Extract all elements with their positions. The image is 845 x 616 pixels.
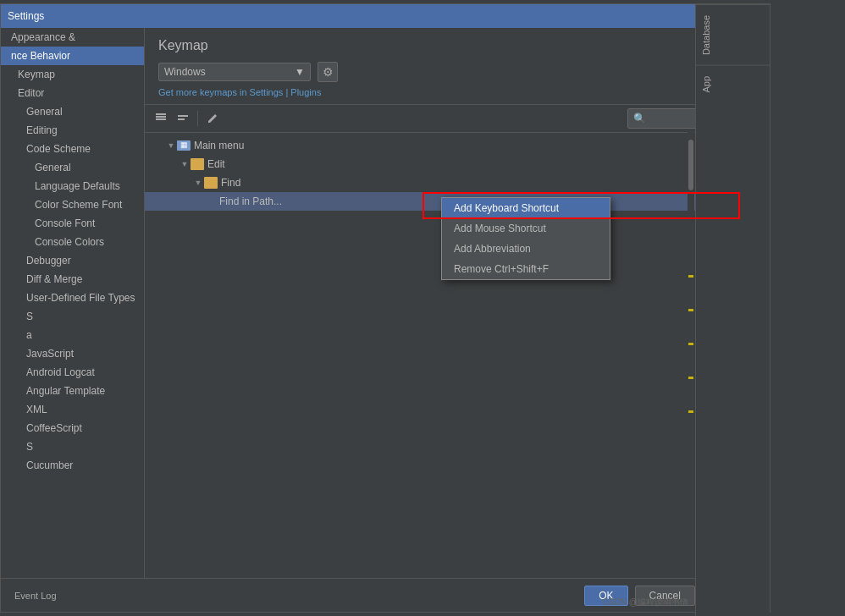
sidebar-item-coffeescript[interactable]: CoffeeScript [1, 419, 144, 437]
context-menu-add-abbreviation[interactable]: Add Abbreviation [442, 239, 610, 259]
sidebar-item-debugger[interactable]: Debugger [1, 251, 144, 270]
sidebar-item-a[interactable]: a [1, 326, 144, 344]
tree-item-edit[interactable]: ▼ Edit [145, 155, 770, 173]
folder-icon-edit [191, 158, 204, 170]
sidebar-item-general[interactable]: General [1, 102, 144, 121]
sidebar-item-javascript[interactable]: JavaScript [1, 344, 144, 363]
search-icon: 🔍 [633, 113, 646, 124]
keymap-title: Keymap [158, 38, 756, 53]
collapse-all-button[interactable] [174, 109, 192, 128]
find-label: Find [221, 177, 763, 189]
scroll-marker-2 [688, 309, 693, 311]
tree-item-main-menu[interactable]: ▼ ▦ Main menu [145, 136, 770, 155]
keymap-header: Keymap Windows ▼ ⚙ Get more keymaps in S… [145, 28, 770, 105]
settings-link[interactable]: Settings [250, 87, 284, 97]
sidebar-item-cucumber[interactable]: Cucumber [1, 456, 144, 475]
main-menu-label: Main menu [194, 140, 763, 151]
keymap-controls: Windows ▼ ⚙ [158, 62, 756, 82]
sidebar-item-color-scheme-font[interactable]: Color Scheme Font [1, 195, 144, 214]
context-menu: Add Keyboard Shortcut Add Mouse Shortcut… [441, 197, 610, 280]
scrollbar-thumb[interactable] [688, 140, 693, 190]
get-more-text: Get more keymaps in [158, 87, 250, 97]
sidebar-item-diff-merge[interactable]: Diff & Merge [1, 270, 144, 289]
sidebar-item-console-font[interactable]: Console Font [1, 214, 144, 233]
event-log-tab[interactable]: Event Log [14, 591, 57, 601]
sidebar-item-editing[interactable]: Editing [1, 121, 144, 140]
sidebar-item-s1[interactable]: S [1, 307, 144, 326]
folder-icon-find [204, 177, 218, 189]
sidebar-item-nce-behavior[interactable]: nce Behavior [1, 47, 144, 65]
scroll-marker-3 [688, 343, 693, 345]
sidebar-item-keymap[interactable]: Keymap [1, 65, 144, 84]
dialog-body: Appearance & nce Behavior Keymap Editor … [1, 28, 770, 578]
svg-rect-2 [156, 118, 166, 120]
dropdown-arrow-icon: ▼ [295, 66, 305, 78]
sidebar-item-appearance[interactable]: Appearance & [1, 28, 144, 47]
sidebar-item-xml[interactable]: XML [1, 400, 144, 419]
dialog-titlebar: Settings ✕ — ❐ [1, 4, 770, 28]
context-menu-add-keyboard[interactable]: Add Keyboard Shortcut [442, 198, 610, 218]
sidebar-item-s2[interactable]: S [1, 437, 144, 456]
gear-button[interactable]: ⚙ [318, 62, 338, 82]
menu-icon: ▦ [177, 140, 191, 151]
sidebar: Appearance & nce Behavior Keymap Editor … [1, 28, 145, 578]
watermark: CSDN @编程说明书情 [603, 597, 688, 608]
main-content: Keymap Windows ▼ ⚙ Get more keymaps in S… [145, 28, 770, 578]
edit-label: Edit [207, 158, 763, 170]
expand-arrow-find: ▼ [192, 177, 204, 189]
context-menu-add-mouse[interactable]: Add Mouse Shortcut [442, 218, 610, 239]
svg-rect-0 [156, 113, 166, 115]
context-menu-remove-shortcut[interactable]: Remove Ctrl+Shift+F [442, 259, 610, 279]
sidebar-item-editor[interactable]: Editor [1, 84, 144, 102]
edit-shortcut-button[interactable] [203, 109, 222, 128]
sidebar-item-angular[interactable]: Angular Template [1, 382, 144, 400]
scheme-label: Windows [164, 66, 206, 78]
sidebar-item-language-defaults[interactable]: Language Defaults [1, 177, 144, 195]
collapse-icon [177, 113, 189, 124]
right-tab-database[interactable]: Database [696, 4, 770, 65]
dialog-title: Settings [8, 10, 44, 22]
sidebar-item-file-types[interactable]: User-Defined File Types [1, 289, 144, 307]
sidebar-item-code-scheme[interactable]: Code Scheme [1, 140, 144, 158]
settings-dialog: Settings ✕ — ❐ Appearance & nce Behavior… [0, 3, 770, 613]
sidebar-item-android-logcat[interactable]: Android Logcat [1, 363, 144, 382]
vertical-scrollbar[interactable] [688, 131, 694, 571]
scroll-marker-5 [688, 410, 693, 413]
sidebar-item-console-colors[interactable]: Console Colors [1, 233, 144, 251]
scroll-marker-1 [688, 275, 693, 278]
svg-rect-1 [156, 116, 166, 118]
right-tab-app[interactable]: App [696, 65, 770, 103]
keymap-links: Get more keymaps in Settings | Plugins [158, 87, 756, 97]
tree-item-find[interactable]: ▼ Find [145, 173, 770, 192]
expand-arrow-main-menu: ▼ [165, 140, 177, 151]
scroll-marker-4 [688, 377, 693, 379]
sidebar-item-general2[interactable]: General [1, 158, 144, 177]
svg-rect-3 [178, 115, 188, 117]
edit-icon [207, 113, 218, 124]
expand-icon [155, 113, 167, 124]
expand-all-button[interactable] [152, 109, 170, 128]
toolbar-separator [197, 111, 198, 126]
svg-rect-4 [178, 118, 185, 120]
keymap-toolbar: 🔍 🔖 ✕ [145, 105, 770, 133]
scheme-dropdown[interactable]: Windows ▼ [158, 63, 311, 81]
right-panel: Database App [695, 4, 770, 616]
expand-arrow-edit: ▼ [179, 158, 191, 170]
plugins-link[interactable]: Plugins [290, 87, 321, 97]
